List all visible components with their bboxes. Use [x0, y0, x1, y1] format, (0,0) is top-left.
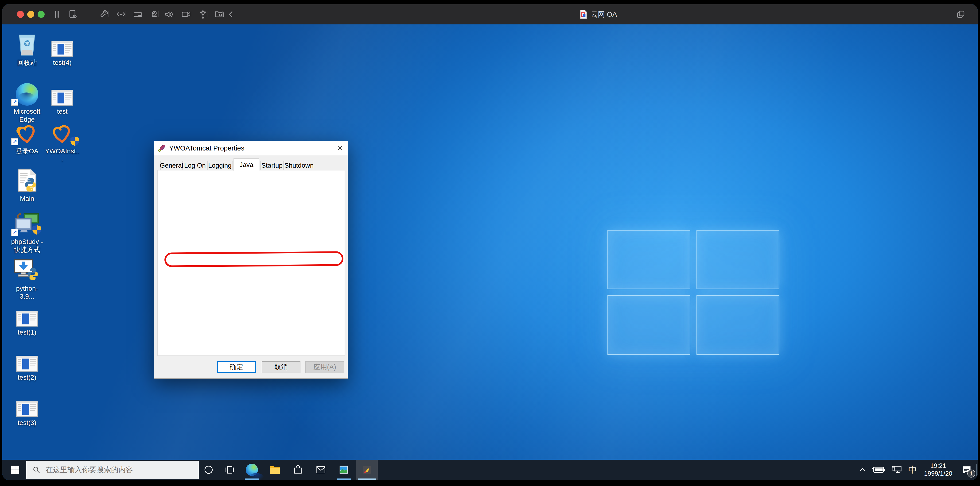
folder-sync-icon[interactable]	[214, 9, 224, 19]
desktop-icon-label: Main	[10, 195, 45, 203]
start-button[interactable]	[4, 460, 26, 480]
task-view-button[interactable]	[219, 460, 240, 480]
edge-icon	[16, 83, 38, 106]
desktop-icon-label: test(1)	[10, 329, 45, 337]
tab-startup[interactable]: Startup	[260, 160, 284, 170]
running-indicator	[337, 478, 351, 480]
pause-icon[interactable]	[52, 9, 62, 19]
ywoa-favicon	[579, 10, 587, 19]
desktop-icon-recycle-bin[interactable]: ♻ 回收站	[10, 28, 45, 67]
dialog-close-button[interactable]	[332, 141, 348, 156]
toolbar-separator	[191, 11, 191, 17]
taskbar-image-app-button[interactable]	[333, 460, 355, 480]
search-input[interactable]	[46, 465, 186, 474]
desktop-icon-main[interactable]: Main	[10, 165, 45, 203]
tab-general[interactable]: General	[160, 160, 183, 170]
usb-icon[interactable]	[198, 9, 208, 19]
display-snapshot-icon[interactable]	[68, 9, 78, 19]
minimize-traffic-light[interactable]	[27, 11, 34, 18]
tray-battery-button[interactable]	[870, 460, 888, 480]
ok-button[interactable]: 确定	[217, 361, 256, 373]
cortana-button[interactable]	[198, 460, 220, 480]
tray-date: 1999/1/20	[924, 470, 952, 478]
recycle-bin-icon: ♻	[16, 30, 38, 57]
desktop-icon-phpstudy[interactable]: ↗ phpStudy - 快捷方式	[10, 210, 45, 254]
mac-titlebar: 云网 OA	[2, 4, 978, 24]
desktop-icon-label: YWOAInst...	[45, 147, 80, 163]
taskbar-edge-button[interactable]	[241, 460, 262, 480]
desktop-icon-label: test(4)	[45, 59, 80, 67]
chevron-left-icon[interactable]	[226, 9, 236, 19]
desktop-icon-label: 回收站	[10, 59, 45, 67]
document-icon	[16, 401, 38, 417]
notification-badge: 1	[967, 470, 975, 478]
apply-button[interactable]: 应用(A)	[305, 361, 344, 373]
tab-java[interactable]: Java	[234, 158, 259, 171]
tab-log-on[interactable]: Log On	[184, 160, 206, 170]
video-camera-icon[interactable]	[181, 9, 191, 19]
code-icon[interactable]	[116, 9, 126, 19]
toolbar-separator	[142, 11, 142, 17]
edge-icon	[246, 464, 258, 476]
taskbar-file-explorer-button[interactable]	[264, 460, 286, 480]
cortana-circle-icon	[203, 464, 214, 475]
tray-ime-button[interactable]: 中	[905, 460, 920, 480]
uac-shield-icon	[32, 225, 41, 235]
action-center-button[interactable]: 1	[956, 460, 977, 480]
tray-network-button[interactable]	[888, 460, 905, 480]
tab-logging[interactable]: Logging	[207, 160, 232, 170]
document-icon	[51, 41, 73, 57]
desktop-icon-python-installer[interactable]: python-3.9...	[10, 256, 45, 300]
desktop-icon-test2[interactable]: test(2)	[10, 355, 45, 381]
speaker-icon[interactable]	[164, 9, 174, 19]
python-installer-icon	[13, 258, 41, 283]
task-view-icon	[224, 464, 235, 475]
taskbar-store-button[interactable]	[287, 460, 309, 480]
drive-icon[interactable]	[133, 9, 143, 19]
desktop-icon-test4[interactable]: test(4)	[45, 28, 80, 67]
zoom-traffic-light[interactable]	[38, 11, 45, 18]
desktop-icon-test[interactable]: test	[45, 78, 80, 116]
windows-logo-icon	[10, 464, 21, 475]
close-traffic-light[interactable]	[17, 11, 24, 18]
battery-icon	[872, 466, 886, 474]
show-desktop-separator[interactable]	[976, 464, 977, 476]
tray-chevron-button[interactable]	[856, 460, 869, 480]
search-icon	[32, 466, 40, 474]
desktop-icon-test3[interactable]: test(3)	[10, 400, 45, 427]
store-bag-icon	[293, 464, 303, 475]
window-title-group: 云网 OA	[579, 4, 617, 24]
ywoatomcat-properties-dialog: YWOATomcat Properties General Log On Log…	[154, 141, 348, 379]
mail-icon	[315, 464, 326, 475]
desktop-icon-test1[interactable]: test(1)	[10, 310, 45, 337]
screen: 云网 OA ♻ 回收站	[0, 0, 980, 486]
toolbar-separator	[174, 11, 174, 17]
document-icon	[16, 311, 38, 327]
dialog-titlebar[interactable]: YWOATomcat Properties	[154, 141, 348, 156]
copy-icon[interactable]	[956, 9, 966, 19]
shortcut-arrow-overlay: ↗	[11, 138, 18, 145]
desktop-icon-label: test(3)	[10, 419, 45, 427]
tray-clock[interactable]: 19:21 1999/1/20	[920, 460, 956, 480]
network-icon	[891, 465, 902, 475]
cancel-button[interactable]: 取消	[262, 361, 301, 373]
document-icon	[51, 90, 73, 106]
shortcut-arrow-overlay: ↗	[11, 98, 18, 106]
taskbar-active-annotation-tool-button[interactable]	[356, 460, 378, 480]
desktop-icon-ywoainst[interactable]: YWOAInst...	[45, 118, 80, 163]
java-tab-panel	[157, 170, 345, 356]
annotation-tool-icon	[361, 464, 372, 475]
taskbar-search[interactable]	[26, 461, 199, 479]
desktop-icon-edge[interactable]: ↗ Microsoft Edge	[10, 78, 45, 124]
desktop-icon-label: test	[45, 108, 80, 116]
desktop-icon-login-oa[interactable]: ↗ 登录OA	[10, 118, 45, 155]
taskbar-mail-button[interactable]	[310, 460, 332, 480]
windows-taskbar: 中 19:21 1999/1/20 1	[2, 460, 978, 480]
toolbar-separator	[207, 11, 207, 17]
windows-desktop: ♻ 回收站 test(4)	[2, 24, 978, 460]
tab-shutdown[interactable]: Shutdown	[285, 160, 313, 170]
tomcat-feather-icon	[158, 144, 166, 152]
desktop-icon-label: python-3.9...	[10, 284, 45, 300]
toolbar-separator	[125, 11, 126, 17]
uac-shield-icon	[70, 136, 80, 146]
